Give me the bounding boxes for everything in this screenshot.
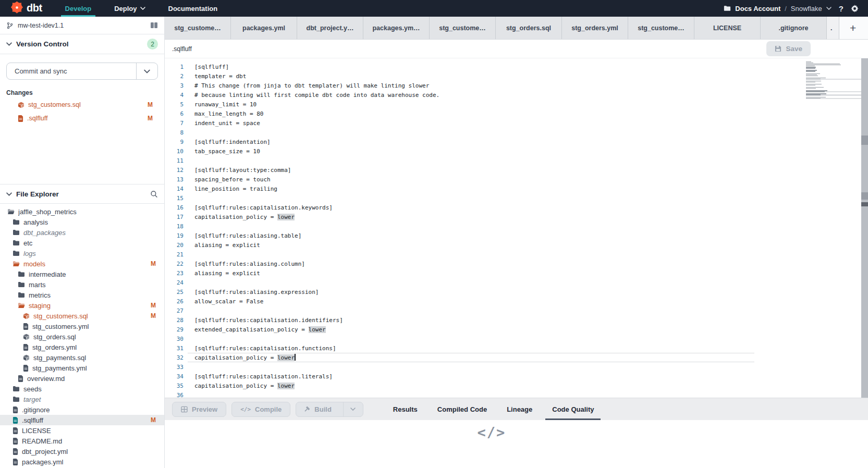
file-tree-item[interactable]: stg_orders.yml	[0, 342, 164, 352]
panel-tab-compiled-code[interactable]: Compiled Code	[427, 398, 497, 420]
code-line[interactable]: 21	[165, 250, 821, 259]
file-tree-item[interactable]: .gitignore	[0, 404, 164, 415]
code-line[interactable]: 34[sqlfluff:rules:capitalisation.literal…	[165, 372, 821, 381]
file-tree-item[interactable]: .sqlfluffM	[0, 415, 164, 425]
file-explorer-header[interactable]: File Explorer	[0, 184, 164, 204]
code-line[interactable]: 24	[165, 278, 821, 287]
help-icon[interactable]: ?	[837, 4, 846, 13]
file-tree-item[interactable]: stg_customers.sqlM	[0, 311, 164, 321]
build-button-main[interactable]: Build	[296, 405, 339, 413]
file-tree-item[interactable]: LICENSE	[0, 425, 164, 436]
file-tree-item[interactable]: modelsM	[0, 258, 164, 269]
code-line[interactable]: 15	[165, 193, 821, 203]
code-line[interactable]: 26allow_scalar = False	[165, 297, 821, 306]
code-line[interactable]: 33	[165, 362, 821, 372]
code-line[interactable]: 30	[165, 334, 821, 343]
code-line[interactable]: 12[sqlfluff:layout:type:comma]	[165, 165, 821, 175]
build-button[interactable]: Build	[296, 402, 363, 417]
file-tree-item[interactable]: packages.yml	[0, 457, 164, 467]
account-switcher[interactable]: Docs Account / Snowflake	[724, 5, 832, 13]
code-line[interactable]: 14line_position = trailing	[165, 184, 821, 193]
file-tree-item[interactable]: stg_customers.yml	[0, 321, 164, 331]
editor-tab[interactable]: stg_orders.yml	[562, 17, 628, 39]
changed-file-row[interactable]: stg_customers.sqlM	[6, 100, 158, 110]
commit-and-sync-button[interactable]: Commit and sync	[6, 63, 158, 80]
file-tree-item[interactable]: dbt_packages	[0, 227, 164, 238]
editor-tab[interactable]: .gitignore	[761, 17, 827, 39]
code-line[interactable]: 3# This change (from jinja to dbt templa…	[165, 81, 821, 90]
code-line[interactable]: 7indent_unit = space	[165, 118, 821, 128]
dbt-logo[interactable]: dbt	[0, 1, 56, 16]
code-line[interactable]: 29extended_capitalisation_policy = lower	[165, 325, 821, 334]
preview-button[interactable]: Preview	[172, 402, 226, 417]
changed-file-row[interactable]: .sqlfluffM	[6, 113, 158, 124]
code-line[interactable]: 20aliasing = explicit	[165, 240, 821, 250]
file-tree-item[interactable]: stg_orders.sql	[0, 331, 164, 342]
code-line[interactable]: 25[sqlfluff:rules:aliasing.expression]	[165, 287, 821, 297]
file-tree-item[interactable]: etc	[0, 238, 164, 248]
code-line[interactable]: 5runaway_limit = 10	[165, 100, 821, 109]
file-tree-item[interactable]: overview.md	[0, 373, 164, 384]
file-tree-item[interactable]: logs	[0, 248, 164, 258]
file-tree-item[interactable]: intermediate	[0, 269, 164, 279]
code-line[interactable]: 8	[165, 128, 821, 137]
editor-tab[interactable]: packages.ym…	[363, 17, 430, 39]
file-tree-item[interactable]: metrics	[0, 290, 164, 300]
code-line[interactable]: 36	[165, 390, 821, 398]
editor-tab[interactable]: dbt_project.y…	[297, 17, 363, 39]
code-line[interactable]: 11	[165, 156, 821, 165]
build-options-caret[interactable]	[343, 402, 363, 416]
editor-tab[interactable]: stg_custome…	[628, 17, 694, 39]
file-tree-item[interactable]: stg_payments.sql	[0, 352, 164, 363]
code-line[interactable]: 18	[165, 221, 821, 231]
panel-tab-code-quality[interactable]: Code Quality	[542, 398, 604, 420]
file-tree-item[interactable]: jaffle_shop_metrics	[0, 206, 164, 217]
code-line[interactable]: 27	[165, 306, 821, 315]
code-editor[interactable]: 1[sqlfluff]2templater = dbt3# This chang…	[165, 58, 868, 398]
file-tree-item[interactable]: dbt_project.yml	[0, 446, 164, 457]
search-icon[interactable]	[150, 190, 158, 198]
panel-tab-lineage[interactable]: Lineage	[497, 398, 542, 420]
file-tree-item[interactable]: target	[0, 394, 164, 404]
nav-item-develop[interactable]: Develop	[56, 0, 101, 17]
code-line[interactable]: 4# because linting will first compile db…	[165, 90, 821, 100]
compile-button[interactable]: </>Compile	[231, 402, 290, 417]
add-tab-icon[interactable]: +	[839, 22, 866, 33]
file-tree-item[interactable]: marts	[0, 279, 164, 290]
code-line[interactable]: 9[sqlfluff:indentation]	[165, 137, 821, 146]
code-line[interactable]: 13spacing_before = touch	[165, 175, 821, 184]
panel-toggle-icon[interactable]	[150, 22, 158, 29]
editor-tab[interactable]: .	[827, 17, 839, 39]
minimap[interactable]	[806, 61, 842, 100]
code-line[interactable]: 2templater = dbt	[165, 71, 821, 81]
code-line[interactable]: 23aliasing = explicit	[165, 268, 821, 278]
code-line[interactable]: 1[sqlfluff]	[165, 62, 821, 71]
save-button[interactable]: Save	[766, 41, 811, 56]
code-line[interactable]: 35capitalisation_policy = lower	[165, 381, 821, 390]
panel-tab-results[interactable]: Results	[383, 398, 427, 420]
code-line[interactable]: 6max_line_length = 80	[165, 109, 821, 118]
editor-tab[interactable]: stg_custome…	[430, 17, 496, 39]
editor-tab[interactable]: stg_orders.sql	[496, 17, 562, 39]
code-line[interactable]: 28[sqlfluff:rules:capitalisation.identif…	[165, 315, 821, 325]
nav-item-documentation[interactable]: Documentation	[159, 0, 227, 17]
file-tree-item[interactable]: stagingM	[0, 300, 164, 311]
code-line[interactable]: 19[sqlfluff:rules:aliasing.table]	[165, 231, 821, 240]
editor-tab[interactable]: LICENSE	[694, 17, 761, 39]
code-line[interactable]: 10tab_space_size = 10	[165, 146, 821, 156]
gear-icon[interactable]	[851, 5, 859, 13]
file-tree-item[interactable]: seeds	[0, 384, 164, 394]
code-line[interactable]: 31[sqlfluff:rules:capitalisation.functio…	[165, 343, 821, 353]
file-tree-item[interactable]: stg_payments.yml	[0, 363, 164, 373]
code-line[interactable]: 16[sqlfluff:rules:capitalisation.keyword…	[165, 203, 821, 212]
file-tree-item[interactable]: README.md	[0, 436, 164, 446]
commit-options-caret[interactable]	[136, 63, 157, 79]
file-tree-item[interactable]: analysis	[0, 217, 164, 227]
editor-tab[interactable]: stg_custome…	[165, 17, 231, 39]
nav-item-deploy[interactable]: Deploy	[105, 0, 154, 17]
code-line[interactable]: 17capitalisation_policy = lower	[165, 212, 821, 221]
version-control-header[interactable]: Version Control 2	[0, 34, 164, 54]
editor-tab[interactable]: packages.yml	[231, 17, 297, 39]
editor-scrollbar[interactable]	[861, 58, 868, 398]
code-line[interactable]: 22[sqlfluff:rules:aliasing.column]	[165, 259, 821, 268]
